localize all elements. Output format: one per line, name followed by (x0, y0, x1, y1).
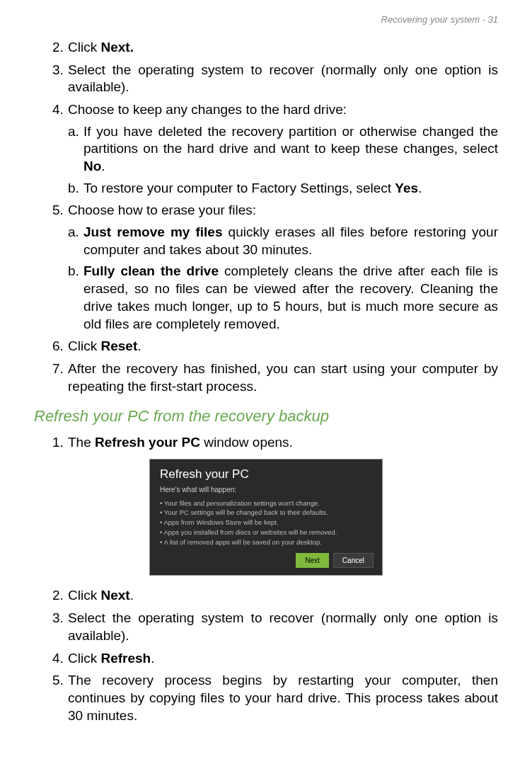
step-bold: Next (100, 588, 129, 603)
step-number: 4. (52, 101, 64, 119)
step-text: The (68, 435, 95, 450)
step-text: The recovery process begins by restartin… (68, 673, 498, 722)
step-bold: Reset (100, 338, 137, 353)
step-text: Select the operating system to recover (… (68, 610, 498, 643)
step-bold: Refresh your PC (95, 435, 200, 450)
substep-letter: b. (68, 180, 79, 198)
step-2: 2. Click Next. (34, 39, 498, 57)
figure-bullet: Your PC settings will be changed back to… (160, 508, 372, 518)
section-title-refresh: Refresh your PC from the recovery backup (34, 406, 498, 427)
step-text: Click (68, 651, 100, 666)
cancel-button[interactable]: Cancel (333, 553, 374, 568)
substep-bold: Just remove my files (83, 224, 223, 239)
substep-letter: a. (68, 224, 79, 241)
step-text: Click (68, 338, 100, 353)
step-number: 3. (52, 62, 64, 79)
step-7: 7. After the recovery has finished, you … (34, 360, 498, 395)
figure-bullet: Your files and personalization settings … (160, 498, 372, 508)
substep-text-end: . (418, 181, 422, 195)
substep-bold: Fully clean the drive (83, 263, 219, 278)
step-number: 2. (52, 587, 64, 605)
sub-list: a. If you have deleted the recovery part… (68, 123, 498, 198)
step-number: 6. (52, 338, 64, 355)
step-text-end: . (130, 588, 134, 603)
substep-bold: No (83, 159, 101, 173)
sub-list: a. Just remove my files quickly erases a… (68, 224, 498, 333)
step-4: 4. Choose to keep any changes to the har… (34, 101, 498, 197)
page-header: Recovering your system - 31 (34, 14, 498, 26)
figure-bullet: Apps from Windows Store will be kept. (160, 518, 372, 528)
step-text: Choose how to erase your files: (68, 203, 256, 217)
step-number: 4. (52, 650, 64, 668)
steps-list-1: 2. Click Next. 3. Select the operating s… (34, 39, 498, 395)
step-5b: 5. The recovery process begins by restar… (34, 672, 498, 724)
step-number: 5. (52, 202, 64, 219)
step-text-end: window opens. (200, 435, 293, 450)
substep-text: If you have deleted the recovery partiti… (83, 124, 498, 156)
step-text: Select the operating system to recover (… (68, 62, 498, 95)
figure-bullet: Apps you installed from discs or website… (160, 528, 372, 537)
step-number: 1. (52, 434, 64, 452)
substep-b: b. Fully clean the drive completely clea… (68, 263, 498, 333)
step-bold: Next. (100, 40, 133, 55)
step-text-end: . (151, 651, 154, 666)
figure-title: Refresh your PC (160, 467, 372, 482)
step-5: 5. Choose how to erase your files: a. Ju… (34, 202, 498, 333)
step-text: After the recovery has finished, you can… (68, 361, 498, 394)
substep-letter: a. (68, 123, 79, 141)
steps-list-2b: 2. Click Next. 3. Select the operating s… (34, 587, 498, 724)
substep-bold: Yes (395, 181, 418, 195)
substep-a: a. If you have deleted the recovery part… (68, 123, 498, 176)
step-text: Click (68, 588, 100, 603)
step-2b: 2. Click Next. (34, 587, 498, 605)
step-bold: Refresh (100, 651, 151, 666)
step-4b: 4. Click Refresh. (34, 650, 498, 668)
substep-a: a. Just remove my files quickly erases a… (68, 224, 498, 258)
figure-bullet: A list of removed apps will be saved on … (160, 537, 372, 547)
refresh-pc-screenshot: Refresh your PC Here's what will happen:… (149, 459, 383, 576)
steps-list-2: 1. The Refresh your PC window opens. (34, 434, 498, 452)
step-text-end: . (137, 338, 141, 353)
step-number: 2. (52, 39, 64, 57)
step-text: Click (68, 40, 100, 55)
substep-text-end: . (101, 159, 105, 173)
step-number: 7. (52, 360, 64, 378)
figure-subtitle: Here's what will happen: (160, 485, 372, 494)
substep-b: b. To restore your computer to Factory S… (68, 180, 498, 198)
substep-letter: b. (68, 263, 79, 280)
figure-button-row: Next Cancel (296, 553, 374, 568)
step-number: 3. (52, 610, 64, 627)
step-6: 6. Click Reset. (34, 338, 498, 355)
figure-bullets: Your files and personalization settings … (160, 498, 372, 547)
substep-text: To restore your computer to Factory Sett… (83, 181, 395, 195)
step-1: 1. The Refresh your PC window opens. (34, 434, 498, 452)
step-3b: 3. Select the operating system to recove… (34, 610, 498, 644)
step-number: 5. (52, 672, 64, 690)
figure-wrapper: Refresh your PC Here's what will happen:… (34, 459, 498, 576)
next-button[interactable]: Next (296, 553, 329, 568)
step-3: 3. Select the operating system to recove… (34, 62, 498, 96)
step-text: Choose to keep any changes to the hard d… (68, 102, 347, 117)
